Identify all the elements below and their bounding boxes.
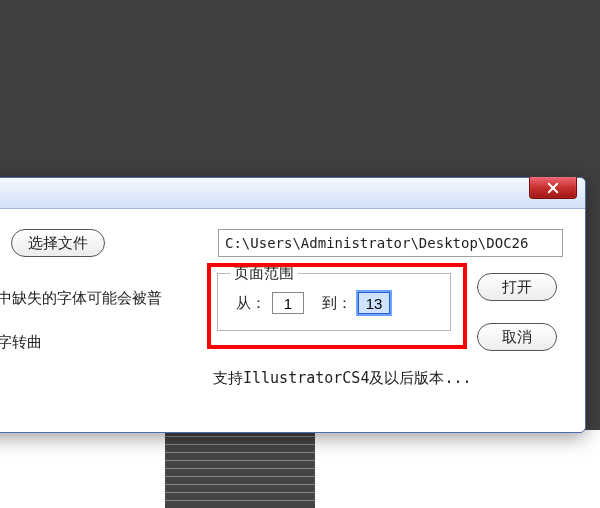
missing-fonts-hint-line1: 中缺失的字体可能会被普 (0, 289, 162, 308)
from-input[interactable] (272, 292, 304, 314)
page-range-group: 页面范围 从： 到： (217, 273, 451, 331)
from-label: 从： (236, 294, 266, 313)
page-range-legend: 页面范围 (230, 264, 298, 283)
missing-fonts-hint-line2: 字转曲 (0, 333, 42, 352)
to-label: 到： (322, 294, 352, 313)
select-file-button[interactable]: 选择文件 (11, 229, 105, 257)
cancel-button[interactable]: 取消 (477, 323, 557, 351)
close-icon (547, 182, 559, 194)
file-dialog: 选择文件 C:\Users\Administrator\Desktop\DOC2… (0, 177, 586, 433)
dialog-body: 选择文件 C:\Users\Administrator\Desktop\DOC2… (0, 209, 585, 431)
titlebar (0, 178, 585, 209)
close-button[interactable] (529, 177, 577, 199)
to-input[interactable] (358, 292, 390, 314)
file-path-field[interactable]: C:\Users\Administrator\Desktop\DOC26 (218, 229, 563, 257)
app-background-panel (165, 430, 315, 508)
support-text: 支持IllustratorCS4及以后版本... (213, 369, 472, 388)
open-button[interactable]: 打开 (477, 273, 557, 301)
page-range-row: 从： 到： (236, 292, 390, 314)
